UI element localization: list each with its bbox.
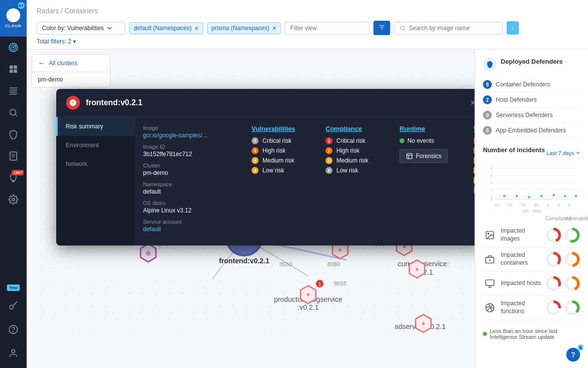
vuln-medium: 4 Medium risk [252,157,316,164]
waas-title[interactable]: WAAS [474,125,475,132]
svg-rect-4 [10,66,13,69]
sidebar-item-user[interactable] [0,342,27,364]
modal-sidebar-environment[interactable]: Environment [56,136,135,155]
svg-point-120 [528,196,530,199]
defenders-title: Deployed Defenders [501,58,563,65]
sidebar-item-dashboard[interactable] [0,58,27,80]
help-button[interactable]: 6 ? [566,348,580,362]
comp-critical-dot: 1 [326,137,332,144]
sidebar-item-list[interactable] [0,80,27,102]
sidebar-item-help[interactable] [0,319,27,340]
compliance-section: Compliance 1 Critical risk 1 High risk [326,125,390,238]
filter-button[interactable] [373,21,390,35]
all-clusters-link[interactable]: ← All clusters [32,55,110,72]
containers-compliance-donut [546,251,561,267]
svg-text:3550: 3550 [279,261,292,267]
svg-text:3: 3 [490,180,493,185]
svg-text:1: 1 [318,282,321,287]
filter-view-input[interactable] [285,22,369,35]
filter-tag-default-close[interactable]: × [194,25,198,32]
cluster-item-pm-demo[interactable]: pm-demo [32,72,110,87]
search-input[interactable] [409,25,497,32]
comp-low: 6 Low risk [326,167,390,174]
svg-point-123 [564,195,566,198]
period-select[interactable]: Last 7 days [547,150,580,156]
svg-text:✦: ✦ [421,320,426,327]
medium-dot: 4 [252,157,258,164]
sidebar-item-alert[interactable]: 1887 [0,167,27,189]
svg-rect-10 [10,92,17,93]
comp-high: 1 High risk [326,147,390,154]
trial-badge: Trial [7,285,20,291]
modal-title: frontend:v0.2.1 [86,98,464,107]
filter-tag-default: default (Namespaces) × [129,22,203,34]
cloud-logo-icon [6,8,20,22]
runtime-title[interactable]: Runtime [400,125,464,132]
sidebar-bottom: Trial [0,285,27,368]
impact-functions-icon [483,301,497,315]
waas-section: WAAS 2413 Request An... 406 HTTP Librari… [474,125,475,238]
modal-sidebar-risk-summary[interactable]: Risk summary [56,117,135,136]
intel-dot [483,332,487,336]
filter-tag-prisma-close[interactable]: × [272,25,276,32]
sidebar-item-shield[interactable] [0,123,27,145]
impact-containers-label: Impacted containers [501,251,542,267]
impact-containers-icon [483,252,497,266]
sidebar-item-settings[interactable] [0,189,27,210]
impact-functions-row: Impacted functions [483,296,580,320]
forensics-button[interactable]: Forensics [400,149,448,163]
sidebar-item-search[interactable] [0,102,27,123]
impact-hosts-label: Impacted hosts [501,280,542,287]
sidebar-logo[interactable]: 47 ClouD [0,0,27,37]
chart-area: 5 4 3 2 1 0 [483,164,580,208]
incidents-header: Number of incidents Last 7 days [483,146,580,160]
waas-count-4: 133 [474,177,475,184]
no-events-dot [400,138,404,143]
sidebar-item-key[interactable] [0,295,27,317]
search-wrap [394,22,503,35]
images-vuln-donut [564,227,580,243]
svg-point-126 [488,233,489,235]
sidebar-item-report[interactable] [0,145,27,167]
chart-month-label: Apr - May [483,208,580,213]
svg-point-124 [575,195,577,198]
svg-point-118 [503,195,506,198]
color-by-dropdown[interactable]: Color by: Vulnerabilities [37,22,125,35]
containers-vuln-donut [564,251,580,267]
modal-body: Risk summary Environment Network Image g… [56,117,475,245]
svg-text:⊕: ⊕ [146,249,151,257]
sidebar-item-radar[interactable] [0,37,27,58]
svg-line-13 [15,115,17,117]
svg-point-122 [552,194,555,197]
total-filters[interactable]: Total filters: 2 ▾ [37,35,578,49]
waas-row-5: 472 Other [474,187,475,194]
svg-text:9555: 9555 [334,280,347,286]
modal-close-button[interactable]: × [470,98,475,108]
svg-text:4: 4 [490,173,493,178]
svg-point-23 [401,26,404,29]
svg-point-119 [515,195,518,198]
nav-arrow-button[interactable]: › [507,21,518,35]
defender-container-badge: 8 [483,80,492,89]
forensics-icon [406,153,413,160]
comp-low-dot: 6 [326,167,332,174]
vulnerabilities-title[interactable]: Vulnerabilities [252,125,316,132]
functions-vuln-donut [564,300,580,316]
right-panel: Deployed Defenders 8 Container Defenders… [475,49,588,368]
modal-sidebar-network[interactable]: Network [56,155,135,173]
defender-host: 2 Host Defenders [483,92,580,108]
comp-high-dot: 1 [326,147,332,154]
search-icon [400,25,406,32]
waas-count-1: 406 [474,147,475,154]
modal-container: frontend:v0.2.1 × Risk summary Environme… [56,89,475,245]
impact-images-label: Impacted images [501,227,542,243]
defender-serverless-badge: 0 [483,111,492,120]
waas-row-3: 139 Code Injection [474,167,475,174]
compliance-title[interactable]: Compliance [326,125,390,132]
images-compliance-donut [546,227,561,243]
svg-point-18 [12,199,15,201]
impact-col-headers: Compliance Vulnerabilities [483,216,580,221]
header-controls: Color by: Vulnerabilities default (Names… [37,21,578,35]
impact-hosts-donuts [546,276,580,291]
info-service-account: Service account default [143,219,242,233]
